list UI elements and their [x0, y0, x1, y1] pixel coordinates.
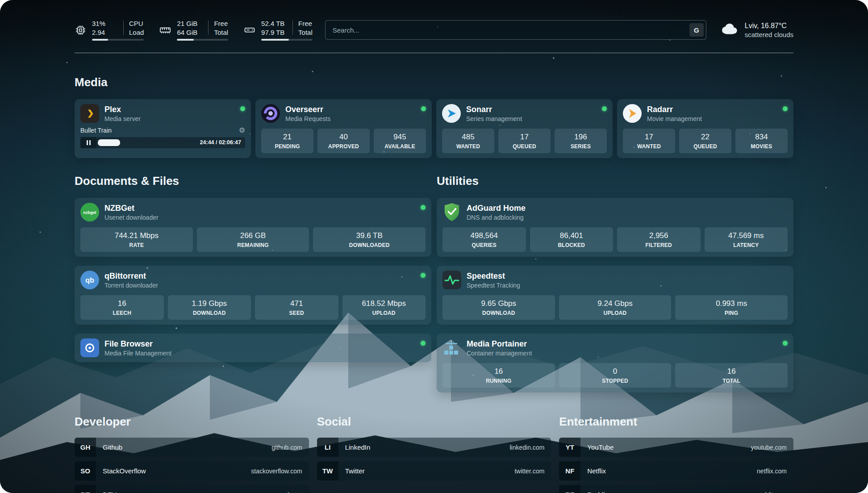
app-card-plex[interactable]: Plex Media server Bullet Train ⚙ 24:4 [75, 99, 251, 158]
bookmark-row-reddit[interactable]: RE Reddit reddit.com [559, 485, 793, 493]
cpu-progress-bar [92, 39, 144, 41]
bookmark-url: youtube.com [751, 444, 787, 451]
stat-pending: 21 PENDING [261, 129, 313, 153]
stat-upload: 9.24 Gbps UPLOAD [559, 295, 672, 320]
app-card-radarr[interactable]: Radarr Movie management 17 WANTED 22 QUE… [617, 99, 793, 158]
memory-total-label: Total [214, 29, 228, 36]
status-dot [783, 106, 788, 111]
app-card-adguard[interactable]: AdGuard Home DNS and adblocking 498,564 … [437, 198, 793, 257]
stat-rate: 744.21 Mbps RATE [80, 227, 193, 252]
bookmark-row-netflix[interactable]: NF Netflix netflix.com [559, 461, 793, 480]
app-subtitle: Speedtest Tracking [467, 282, 520, 289]
disk-total-label: Total [298, 29, 313, 36]
dashboard-screen: 31% 2.94 CPU Load [0, 0, 868, 493]
disk-icon [243, 24, 256, 36]
stat-wanted: 17 WANTED [623, 129, 675, 153]
app-card-sonarr[interactable]: Sonarr Series management 485 WANTED 17 Q… [436, 99, 613, 158]
app-subtitle: Movie management [647, 115, 702, 122]
memory-widget: 21 GiB 64 GiB Free Total [159, 20, 228, 41]
stat-blocked: 86,401 BLOCKED [530, 227, 613, 252]
section-documents: Documents & Files nzbget [75, 174, 431, 362]
bookmarks-developer: Developer GH Github github.com SO StackO… [75, 415, 309, 493]
cpu-load-label: Load [129, 29, 144, 36]
bookmark-url: netflix.com [757, 468, 787, 475]
divider [292, 21, 293, 35]
cloud-icon [719, 22, 739, 38]
playback-progress[interactable]: 24:44 / 02:06:47 [96, 137, 245, 148]
bookmark-row-youtube[interactable]: YT YouTube youtube.com [559, 438, 793, 457]
stat-downloaded: 39.6 TB DOWNLOADED [313, 227, 426, 252]
app-name: File Browser [104, 339, 171, 349]
bookmark-name: YouTube [587, 443, 613, 451]
bookmark-url: dev.to [286, 491, 302, 493]
bookmark-row-github[interactable]: GH Github github.com [75, 438, 309, 457]
bookmark-row-linkedin[interactable]: LI LinkedIn linkedin.com [317, 438, 551, 457]
bookmark-row-dev[interactable]: DT DEV dev.to [75, 485, 309, 493]
status-dot [421, 341, 426, 346]
divider [208, 21, 209, 35]
stat-latency: 47.569 ms LATENCY [705, 227, 788, 252]
stat-running: 16 RUNNING [442, 363, 555, 388]
stat-total: 16 TOTAL [675, 363, 788, 388]
disk-total-value: 97.9 TB [261, 29, 284, 36]
status-dot [421, 106, 426, 111]
bookmark-abbr: DT [75, 485, 96, 493]
section-title-documents: Documents & Files [75, 174, 431, 188]
app-card-qbittorrent[interactable]: qb qBittorrent Torrent downloader [75, 266, 431, 325]
bookmark-name: StackOverflow [103, 467, 146, 475]
settings-gear-icon[interactable]: ⚙ [239, 127, 245, 134]
bookmark-row-twitter[interactable]: TW Twitter twitter.com [317, 461, 551, 480]
app-subtitle: Container management [467, 350, 532, 357]
section-title-utilities: Utilities [437, 174, 793, 188]
app-card-speedtest[interactable]: Speedtest Speedtest Tracking 9.65 Gbps D… [437, 266, 793, 325]
bookmark-url: github.com [271, 444, 302, 451]
bookmark-abbr: LI [317, 438, 338, 457]
app-card-portainer[interactable]: Media Portainer Container management 16 … [437, 334, 793, 393]
stat-series: 196 SERIES [555, 129, 607, 153]
memory-free-value: 21 GiB [177, 20, 197, 27]
app-name: Plex [104, 105, 141, 114]
radarr-icon [623, 104, 642, 123]
stat-download: 1.19 Gbps DOWNLOAD [168, 295, 251, 320]
app-name: AdGuard Home [467, 204, 526, 213]
bookmark-url: twitter.com [514, 468, 544, 475]
status-dot [421, 273, 426, 278]
svg-text:nzbget: nzbget [83, 210, 96, 215]
bookmark-abbr: RE [559, 485, 580, 493]
section-title-media: Media [75, 75, 793, 89]
app-name: Radarr [647, 105, 702, 114]
bookmark-abbr: GH [75, 438, 96, 457]
app-name: Sonarr [466, 105, 522, 114]
section-title-developer: Developer [75, 415, 309, 429]
bookmark-name: Netflix [587, 467, 606, 475]
weather-location: Lviv, 16.87°C [745, 22, 793, 30]
app-subtitle: Torrent downloader [104, 282, 158, 289]
section-media: Media Plex Me [75, 75, 793, 158]
app-card-filebrowser[interactable]: File Browser Media File Management [75, 334, 431, 362]
filebrowser-icon [80, 338, 99, 357]
cpu-widget: 31% 2.94 CPU Load [75, 20, 144, 41]
qbittorrent-icon: qb [80, 271, 99, 289]
memory-total-value: 64 GiB [177, 29, 197, 36]
pause-button[interactable] [80, 137, 96, 148]
bookmark-name: DEV [103, 491, 117, 493]
app-name: qBittorrent [104, 272, 158, 281]
playback-time: 24:44 / 02:06:47 [200, 139, 241, 146]
app-name: Speedtest [467, 272, 520, 281]
nzbget-icon: nzbget [80, 203, 99, 221]
svg-text:qb: qb [85, 276, 94, 284]
bookmark-name: Github [103, 443, 122, 451]
app-card-nzbget[interactable]: nzbget NZBGet Usenet downloader 74 [75, 198, 431, 257]
stat-stopped: 0 STOPPED [559, 363, 672, 388]
top-bar: 31% 2.94 CPU Load [75, 16, 793, 44]
bookmark-row-stackoverflow[interactable]: SO StackOverflow stackoverflow.com [75, 461, 309, 480]
weather-condition: scattered clouds [745, 31, 793, 38]
section-title-entertainment: Entertainment [559, 415, 793, 429]
section-utilities: Utilities [437, 174, 793, 393]
app-subtitle: Media Requests [285, 115, 330, 122]
search-input[interactable] [325, 20, 706, 40]
memory-progress-bar [177, 39, 228, 41]
app-card-overseerr[interactable]: Overseerr Media Requests 21 PENDING 40 A… [255, 99, 432, 158]
search-engine-button[interactable]: G [689, 23, 704, 37]
app-subtitle: Usenet downloader [104, 214, 159, 221]
